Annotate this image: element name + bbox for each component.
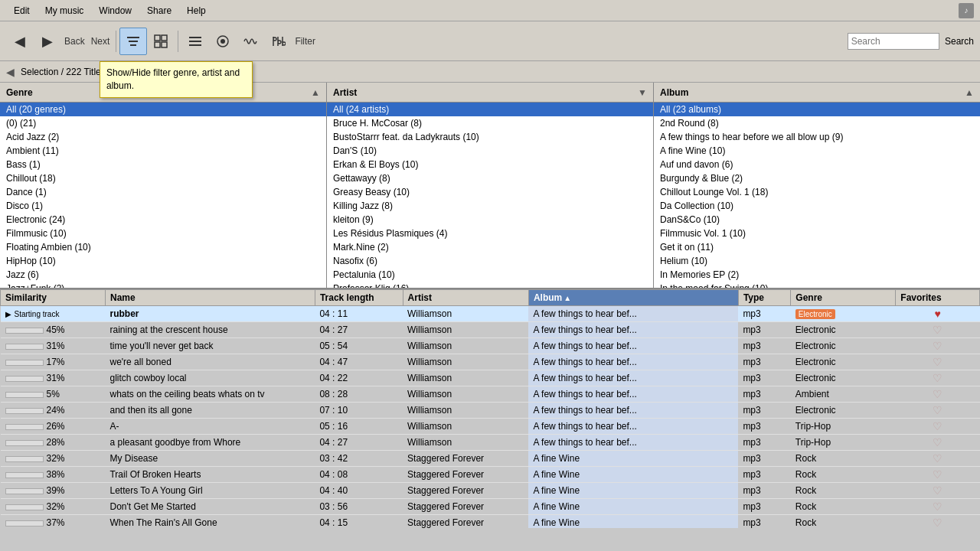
- track-list-scroll[interactable]: Similarity Name Track length Artist Albu…: [0, 289, 980, 528]
- col-header-type[interactable]: Type: [738, 290, 790, 306]
- genre-list-item[interactable]: Disco (1): [0, 199, 326, 213]
- equalizer-button[interactable]: [264, 28, 292, 55]
- artist-list-item[interactable]: Pectalunia (10): [327, 268, 653, 282]
- genre-list-item[interactable]: Floating Ambien (10): [0, 240, 326, 254]
- artist-list-item[interactable]: Killing Jazz (8): [327, 199, 653, 213]
- artist-list[interactable]: All (24 artists)Bruce H. McCosar (8)Bust…: [327, 103, 653, 288]
- album-list-item[interactable]: A few things to hear before we all blow …: [654, 130, 980, 144]
- cell-favorites[interactable]: ♡: [896, 386, 980, 403]
- album-list-item[interactable]: 2nd Round (8): [654, 116, 980, 130]
- album-list-item[interactable]: DanS&Co (10): [654, 213, 980, 227]
- table-row[interactable]: 38%Trail Of Broken Hearts04 : 08Staggere…: [1, 467, 980, 483]
- cell-favorites[interactable]: ♡: [896, 483, 980, 499]
- artist-list-item[interactable]: Dan'S (10): [327, 144, 653, 158]
- genre-list-item[interactable]: All (20 genres): [0, 103, 326, 116]
- genre-list-item[interactable]: Electronic (24): [0, 213, 326, 227]
- next-button[interactable]: ▶: [34, 28, 61, 55]
- artist-list-item[interactable]: BustoStarrr feat. da Ladykrauts (10): [327, 130, 653, 144]
- artist-list-item[interactable]: Bruce H. McCosar (8): [327, 116, 653, 130]
- album-list-item[interactable]: Chillout Lounge Vol. 1 (18): [654, 185, 980, 199]
- table-row[interactable]: 32%My Disease03 : 42Staggered ForeverA f…: [1, 451, 980, 467]
- view-list-button[interactable]: [181, 28, 209, 55]
- col-header-similarity[interactable]: Similarity: [1, 290, 106, 306]
- table-row[interactable]: 24%and then its all gone07 : 10Williamso…: [1, 403, 980, 419]
- view-cover-button[interactable]: [209, 28, 237, 55]
- genre-list-item[interactable]: Acid Jazz (2): [0, 130, 326, 144]
- menu-window[interactable]: Window: [91, 2, 139, 19]
- table-row[interactable]: 26%A-05 : 16WilliamsonA few things to he…: [1, 419, 980, 435]
- table-row[interactable]: 31%time you'll never get back05 : 54Will…: [1, 338, 980, 354]
- cell-favorites[interactable]: ♡: [896, 419, 980, 435]
- table-row[interactable]: 17%we're all boned04 : 47WilliamsonA few…: [1, 354, 980, 370]
- genre-list-item[interactable]: Jazz+Funk (2): [0, 282, 326, 288]
- cell-favorites[interactable]: ♡: [896, 403, 980, 419]
- menu-edit[interactable]: Edit: [6, 2, 38, 19]
- artist-list-item[interactable]: Les Résidus Plasmiques (4): [327, 227, 653, 240]
- genre-list-item[interactable]: (0) (21): [0, 116, 326, 130]
- table-row[interactable]: 32%Don't Get Me Started03 : 56Staggered …: [1, 499, 980, 515]
- table-row[interactable]: ▶Starting trackrubber04 : 11WilliamsonA …: [1, 306, 980, 322]
- genre-list-item[interactable]: Bass (1): [0, 158, 326, 171]
- cell-favorites[interactable]: ♡: [896, 370, 980, 386]
- album-list-item[interactable]: In the mood for Swing (10): [654, 282, 980, 288]
- table-row[interactable]: 28%a pleasant goodbye from Whore04 : 27W…: [1, 435, 980, 451]
- artist-collapse-arrow[interactable]: ▼: [638, 87, 647, 98]
- genre-list-item[interactable]: HipHop (10): [0, 254, 326, 268]
- cell-favorites[interactable]: ♡: [896, 338, 980, 354]
- menu-my-music[interactable]: My music: [38, 2, 92, 19]
- col-header-genre[interactable]: Genre: [791, 290, 896, 306]
- album-list-item[interactable]: Auf und davon (6): [654, 158, 980, 171]
- genre-list-item[interactable]: Dance (1): [0, 185, 326, 199]
- genre-list-item[interactable]: Ambient (11): [0, 144, 326, 158]
- col-header-name[interactable]: Name: [105, 290, 315, 306]
- genre-list-item[interactable]: Jazz (6): [0, 268, 326, 282]
- cell-favorites[interactable]: ♡: [896, 451, 980, 467]
- cell-favorites[interactable]: ♡: [896, 499, 980, 515]
- album-collapse-arrow[interactable]: ▲: [965, 87, 974, 98]
- artist-list-item[interactable]: Nasofix (6): [327, 254, 653, 268]
- filter-panel-button[interactable]: [147, 28, 175, 55]
- album-list-item[interactable]: Burgundy & Blue (2): [654, 171, 980, 185]
- artist-list-item[interactable]: Greasy Beasy (10): [327, 185, 653, 199]
- cell-favorites[interactable]: ♡: [896, 354, 980, 370]
- genre-list-item[interactable]: Filmmusic (10): [0, 227, 326, 240]
- table-row[interactable]: 45%raining at the crescent house04 : 27W…: [1, 322, 980, 338]
- album-list-item[interactable]: Da Collection (10): [654, 199, 980, 213]
- filter-button[interactable]: [119, 28, 147, 55]
- artist-list-item[interactable]: Gettawayy (8): [327, 171, 653, 185]
- cell-favorites[interactable]: ♡: [896, 322, 980, 338]
- genre-collapse-arrow[interactable]: ▲: [311, 87, 320, 98]
- col-header-album[interactable]: Album▲: [528, 290, 738, 306]
- album-list-item[interactable]: A fine Wine (10): [654, 144, 980, 158]
- table-row[interactable]: 31%glitch cowboy local04 : 22WilliamsonA…: [1, 370, 980, 386]
- album-list-item[interactable]: Helium (10): [654, 254, 980, 268]
- breadcrumb-back-arrow[interactable]: ◀: [6, 66, 15, 78]
- album-list-item[interactable]: Filmmusic Vol. 1 (10): [654, 227, 980, 240]
- artist-list-item[interactable]: Professor Kliq (16): [327, 282, 653, 288]
- back-button[interactable]: ◀: [6, 28, 34, 55]
- cell-favorites[interactable]: ♥: [896, 306, 980, 322]
- search-input[interactable]: [848, 33, 939, 50]
- artist-list-item[interactable]: Erkan & El Boys (10): [327, 158, 653, 171]
- menu-share[interactable]: Share: [139, 2, 179, 19]
- table-row[interactable]: 37%When The Rain's All Gone04 : 15Stagge…: [1, 515, 980, 529]
- cell-favorites[interactable]: ♡: [896, 467, 980, 483]
- col-header-track-length[interactable]: Track length: [315, 290, 403, 306]
- album-list-item[interactable]: In Memories EP (2): [654, 268, 980, 282]
- view-wave-button[interactable]: [237, 28, 264, 55]
- col-header-artist[interactable]: Artist: [403, 290, 528, 306]
- table-row[interactable]: 5%whats on the ceiling beats whats on tv…: [1, 386, 980, 403]
- cell-favorites[interactable]: ♡: [896, 515, 980, 529]
- menu-help[interactable]: Help: [179, 2, 214, 19]
- genre-list-item[interactable]: Chillout (18): [0, 171, 326, 185]
- genre-list[interactable]: All (20 genres)(0) (21)Acid Jazz (2)Ambi…: [0, 103, 326, 288]
- cell-favorites[interactable]: ♡: [896, 435, 980, 451]
- col-header-favorites[interactable]: Favorites: [896, 290, 980, 306]
- album-list[interactable]: All (23 albums)2nd Round (8)A few things…: [654, 103, 980, 288]
- artist-list-item[interactable]: All (24 artists): [327, 103, 653, 116]
- album-list-item[interactable]: All (23 albums): [654, 103, 980, 116]
- table-row[interactable]: 39%Letters To A Young Girl04 : 40Stagger…: [1, 483, 980, 499]
- artist-list-item[interactable]: kleiton (9): [327, 213, 653, 227]
- artist-list-item[interactable]: Mark.Nine (2): [327, 240, 653, 254]
- album-list-item[interactable]: Get it on (11): [654, 240, 980, 254]
